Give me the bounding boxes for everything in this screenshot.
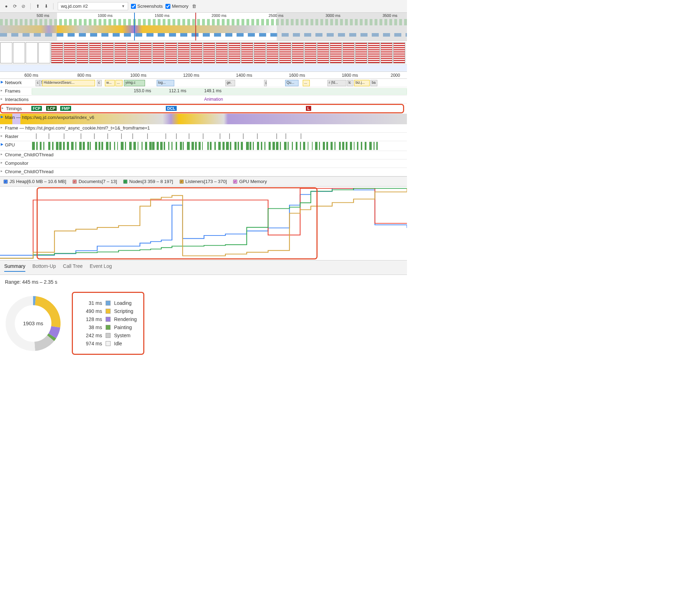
screenshots-cb-input[interactable] [131, 4, 136, 9]
network-item[interactable]: HiddenwordSearc... [42, 80, 95, 86]
legend-row: 242 msSystem [79, 333, 137, 338]
network-item[interactable]: Qu... [285, 80, 299, 86]
caret-icon: ▼ [121, 4, 125, 8]
legend-row: 490 msScripting [79, 308, 137, 314]
memory-legend-item[interactable]: ✓GPU Memory [233, 179, 267, 184]
track-gpu[interactable]: GPU [0, 141, 407, 151]
memory-checkbox[interactable]: Memory [165, 4, 188, 9]
separator [30, 3, 31, 10]
legend-row: 38 msPainting [79, 325, 137, 330]
tab-summary[interactable]: Summary [4, 263, 25, 272]
network-item[interactable]: ... [303, 80, 310, 86]
summary-legend: 31 msLoading490 msScripting128 msRenderi… [72, 292, 144, 355]
page-name: wq.jd.com #2 [61, 4, 88, 9]
badge-lcp[interactable]: LCP [46, 106, 57, 111]
network-item[interactable]: ... [115, 80, 123, 86]
network-item[interactable]: w... [105, 80, 115, 86]
track-frame-iframe[interactable]: Frame — https://st.jingxi.com/_async_coo… [0, 124, 407, 133]
memory-chart[interactable] [0, 187, 407, 260]
overview-timeline[interactable]: 500 ms 1000 ms 1500 ms 2000 ms 2500 ms 3… [0, 13, 407, 41]
track-frames[interactable]: Frames 153.0 ms112.1 ms149.1 ms [0, 87, 407, 96]
track-compositor[interactable]: Compositor [0, 159, 407, 168]
range-text: Range: 445 ms – 2.35 s [5, 279, 402, 285]
reload-icon[interactable]: ⟳ [12, 4, 18, 9]
badge-fmp[interactable]: FMP [60, 106, 71, 111]
badge-l[interactable]: L [306, 106, 311, 111]
network-item[interactable]: p [264, 80, 267, 86]
detail-ruler: 600 ms 800 ms 1000 ms 1200 ms 1400 ms 16… [0, 72, 407, 79]
track-childio1[interactable]: Chrome_ChildIOThread [0, 151, 407, 159]
network-item[interactable]: biz.j... [354, 80, 370, 86]
tab-event-log[interactable]: Event Log [90, 263, 112, 272]
screenshot-strip[interactable] [0, 41, 407, 65]
legend-row: 128 msRendering [79, 316, 137, 322]
clear-icon[interactable]: ⊘ [20, 4, 26, 9]
tab-call-tree[interactable]: Call Tree [63, 263, 83, 272]
network-item[interactable]: r (fd... [327, 80, 346, 86]
track-interactions[interactable]: Interactions Animation [0, 96, 407, 103]
network-item[interactable]: log... [157, 80, 174, 86]
network-item[interactable]: yimg.c [124, 80, 145, 86]
badge-dcl[interactable]: DCL [166, 106, 177, 111]
trash-icon[interactable]: 🗑 [191, 4, 197, 9]
upload-icon[interactable]: ⬆ [35, 4, 40, 9]
page-selector[interactable]: wq.jd.com #2 ▼ [58, 2, 128, 10]
memory-legend-item[interactable]: ✓JS Heap[6.0 MB – 10.6 MB] [4, 179, 66, 184]
separator [53, 3, 54, 10]
interaction-label: Animation [204, 97, 223, 102]
network-item[interactable]: ge. [225, 80, 235, 86]
memory-legend-item[interactable]: ✓Documents[7 – 13] [73, 179, 117, 184]
overview-ruler: 500 ms 1000 ms 1500 ms 2000 ms 2500 ms 3… [0, 13, 407, 19]
legend-row: 31 msLoading [79, 300, 137, 306]
memory-legend: ✓JS Heap[6.0 MB – 10.6 MB]✓Documents[7 –… [0, 176, 407, 187]
memory-annotation-box [37, 187, 318, 259]
track-network[interactable]: Network c5HiddenwordSearc...cw......yimg… [0, 79, 407, 87]
memory-legend-item[interactable]: ✓Listeners[173 – 370] [180, 179, 227, 184]
network-item[interactable]: lc [347, 80, 353, 86]
memory-legend-item[interactable]: ✓Nodes[3 359 – 8 197] [123, 179, 173, 184]
summary-tabs: SummaryBottom-UpCall TreeEvent Log [0, 260, 407, 275]
toolbar: ● ⟳ ⊘ ⬆ ⬇ wq.jd.com #2 ▼ Screenshots Mem… [0, 0, 407, 13]
tab-bottom-up[interactable]: Bottom-Up [32, 263, 56, 272]
screenshots-checkbox[interactable]: Screenshots [131, 4, 163, 9]
legend-row: 974 msIdle [79, 341, 137, 346]
memory-cb-input[interactable] [165, 4, 170, 9]
donut-total: 1903 ms [5, 295, 61, 352]
summary-donut: 1903 ms [5, 295, 61, 352]
summary-panel: Range: 445 ms – 2.35 s 1903 ms 31 msLoad… [0, 275, 407, 359]
track-raster[interactable]: Raster [0, 133, 407, 141]
network-item[interactable]: c [97, 80, 102, 86]
download-icon[interactable]: ⬇ [43, 4, 49, 9]
track-timings[interactable]: Timings FCP LCP FMP DCL L [0, 104, 404, 113]
track-childio2[interactable]: Chrome_ChildIOThread [0, 168, 407, 176]
network-item[interactable]: ba [370, 80, 377, 86]
track-main[interactable]: Main — https://wq.jd.com/wxportal/index_… [0, 114, 407, 124]
network-item[interactable]: c [36, 80, 40, 86]
cpu-strip [0, 65, 407, 72]
badge-fcp[interactable]: FCP [31, 106, 42, 111]
record-icon[interactable]: ● [4, 4, 9, 9]
